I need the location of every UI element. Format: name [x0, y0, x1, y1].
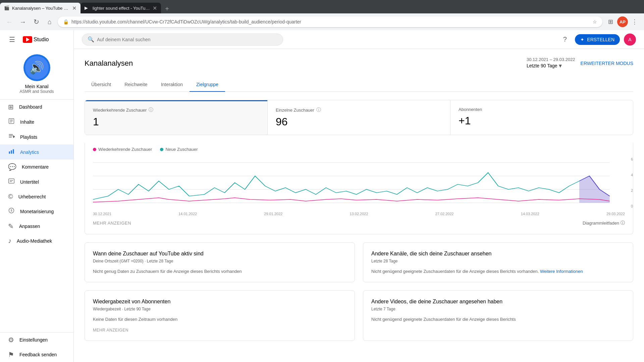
sidebar-item-inhalte[interactable]: Inhalte: [0, 114, 73, 129]
back-button[interactable]: ←: [4, 16, 15, 27]
menu-button[interactable]: ⋮: [629, 16, 640, 27]
tab-interaktion[interactable]: Interaktion: [154, 78, 190, 92]
weitere-informationen-link[interactable]: Weitere Informationen: [540, 269, 583, 274]
url-text: https://studio.youtube.com/channel/UCvw-…: [71, 19, 301, 24]
help-button[interactable]: ?: [559, 34, 571, 46]
top-bar-right: ? ✦ ERSTELLEN A: [559, 34, 636, 46]
sidebar-item-playlists[interactable]: Playlists: [0, 129, 73, 144]
browser-toolbar: ← → ↻ ⌂ 🔒 https://studio.youtube.com/cha…: [0, 13, 644, 30]
date-5: 14.03.2022: [521, 212, 539, 216]
channel-description: ASMR and Sounds: [19, 89, 54, 94]
diagramm-info-icon: ⓘ: [621, 220, 625, 226]
date-2: 29.01.2022: [264, 212, 282, 216]
hamburger-button[interactable]: ☰: [5, 33, 19, 46]
anpassen-icon: ✎: [8, 222, 14, 230]
chart-legend: Wiederkehrende Zuschauer Neue Zuschauer: [85, 143, 633, 156]
sidebar-item-urheberrecht[interactable]: © Urheberrecht: [0, 189, 73, 204]
tab-1-close-icon[interactable]: ✕: [72, 5, 76, 11]
info-card-when-active: Wann deine Zuschauer auf YouTube aktiv s…: [85, 242, 355, 282]
home-button[interactable]: ⌂: [44, 16, 55, 27]
chart-footer: MEHR ANZEIGEN Diagrammleitfaden ⓘ: [85, 217, 633, 229]
stat-value-abonnenten: +1: [459, 115, 625, 127]
content-area: Kanalanalysen 30.12.2021 – 29.03.2022 Le…: [74, 49, 644, 357]
stat-info-icon-1[interactable]: ⓘ: [316, 107, 321, 113]
chart-svg: [93, 156, 625, 209]
forward-button[interactable]: →: [17, 16, 28, 27]
date-range-container[interactable]: 30.12.2021 – 29.03.2022 Letzte 90 Tage ▾: [527, 57, 575, 69]
stat-label-wiederkehrende: Wiederkehrende Zuschauer ⓘ: [93, 107, 259, 113]
search-input[interactable]: [97, 37, 277, 42]
sidebar-item-anpassen[interactable]: ✎ Anpassen: [0, 219, 73, 234]
date-0: 30.12.2021: [93, 212, 111, 216]
extensions-button[interactable]: ⊞: [605, 16, 616, 27]
tab-2[interactable]: ▶ lighter sound effect - YouTube ✕: [80, 3, 161, 13]
studio-logo-text: Studio: [34, 37, 49, 43]
legend-dot-pink: [93, 148, 96, 151]
erstellen-button[interactable]: ✦ ERSTELLEN: [575, 34, 620, 45]
yt-logo[interactable]: Studio: [23, 36, 49, 43]
sidebar-item-audio-mediathek[interactable]: ♪ Audio-Mediathek: [0, 234, 73, 248]
sidebar-item-kommentare[interactable]: 💬 Kommentare: [0, 160, 73, 174]
profile-button[interactable]: AP: [617, 16, 628, 27]
bookmark-star-icon[interactable]: ☆: [593, 19, 597, 24]
user-avatar[interactable]: A: [624, 34, 636, 46]
urheberrecht-icon: ©: [8, 193, 13, 200]
browser-actions: ⊞ AP ⋮: [605, 16, 640, 27]
sidebar-item-einstellungen-label: Einstellungen: [19, 337, 48, 343]
stat-card-abonnenten[interactable]: Abonnenten +1: [450, 100, 633, 135]
svg-rect-11: [9, 179, 14, 183]
legend-dot-teal: [160, 148, 163, 151]
sidebar-item-monetarisierung-label: Monetarisierung: [20, 209, 54, 214]
audio-mediathek-icon: ♪: [8, 237, 11, 245]
stat-card-wiederkehrende[interactable]: Wiederkehrende Zuschauer ⓘ 1 👆: [85, 100, 268, 135]
other-channels-subtitle: Letzte 28 Tage: [371, 259, 625, 263]
diagramm-label: Diagrammleitfaden: [583, 221, 619, 226]
when-active-content: Nicht genug Daten zu Zuschauern für die …: [93, 269, 346, 274]
tab-2-close-icon[interactable]: ✕: [153, 5, 157, 11]
sidebar-item-untertitel[interactable]: Untertitel: [0, 174, 73, 189]
legend-item-wiederkehrende: Wiederkehrende Zuschauer: [93, 147, 152, 152]
stat-label-abonnenten: Abonnenten: [459, 107, 625, 112]
dashboard-icon: ⊞: [8, 103, 14, 111]
svg-rect-10: [13, 149, 14, 154]
watch-time-title: Wiedergabezeit von Abonnenten: [93, 299, 346, 305]
sidebar-item-analytics[interactable]: Analytics: [0, 144, 73, 160]
tab-uebersicht[interactable]: Übersicht: [85, 78, 118, 92]
watch-time-subtitle: Wiedergabezeit · Letzte 90 Tage: [93, 307, 346, 311]
svg-rect-9: [11, 150, 12, 154]
diagramm-link[interactable]: Diagrammleitfaden ⓘ: [583, 220, 625, 226]
reload-button[interactable]: ↻: [31, 16, 42, 27]
address-bar[interactable]: 🔒 https://studio.youtube.com/channel/UCv…: [58, 16, 602, 27]
sidebar-item-feedback[interactable]: ⚑ Feedback senden: [0, 347, 73, 362]
watch-time-mehr-link[interactable]: MEHR ANZEIGEN: [93, 328, 128, 333]
chart-y-labels: 6 4 2 0: [631, 156, 633, 209]
stat-info-icon-0[interactable]: ⓘ: [149, 107, 153, 113]
other-videos-subtitle: Letzte 7 Tage: [371, 307, 625, 311]
feedback-icon: ⚑: [8, 351, 14, 359]
channel-name: Mein Kanal: [25, 84, 48, 89]
svg-rect-4: [9, 134, 13, 135]
info-card-other-channels: Andere Kanäle, die sich deine Zuschauer …: [363, 242, 633, 282]
sidebar-item-dashboard[interactable]: ⊞ Dashboard: [0, 100, 73, 114]
date-range-dropdown-icon[interactable]: ▾: [559, 62, 562, 69]
erweiterter-modus-link[interactable]: ERWEITERTER MODUS: [581, 61, 633, 66]
stats-cards: Wiederkehrende Zuschauer ⓘ 1 👆 Einzelne …: [85, 100, 633, 135]
stat-card-einzelne[interactable]: Einzelne Zuschauer ⓘ 96: [268, 100, 450, 135]
tab-1-favicon: 🎬: [4, 5, 9, 11]
tab-zielgruppe[interactable]: Zielgruppe: [190, 78, 225, 92]
playlists-icon: [8, 133, 15, 141]
sidebar-item-monetarisierung[interactable]: $ Monetarisierung: [0, 204, 73, 219]
sidebar-item-einstellungen[interactable]: ⚙ Einstellungen: [0, 333, 73, 347]
chart-dates: 30.12.2021 14.01.2022 29.01.2022 13.02.2…: [85, 210, 633, 217]
mehr-anzeigen-link[interactable]: MEHR ANZEIGEN: [93, 221, 131, 226]
new-tab-button[interactable]: +: [162, 4, 172, 13]
inhalte-icon: [8, 118, 15, 126]
other-videos-title: Andere Videos, die deine Zuschauer anges…: [371, 299, 625, 305]
tab-reichweite[interactable]: Reichweite: [118, 78, 154, 92]
sidebar: ☰ Studio 🔊 Mein Kanal ASMR and Sounds ⊞ …: [0, 30, 74, 362]
tab-1[interactable]: 🎬 Kanalanalysen – YouTube Studio ✕: [0, 3, 80, 13]
channel-avatar[interactable]: 🔊: [23, 54, 50, 81]
sidebar-item-anpassen-label: Anpassen: [19, 224, 40, 229]
search-bar[interactable]: 🔍: [82, 34, 283, 46]
tab-2-label: lighter sound effect - YouTube: [93, 6, 150, 11]
